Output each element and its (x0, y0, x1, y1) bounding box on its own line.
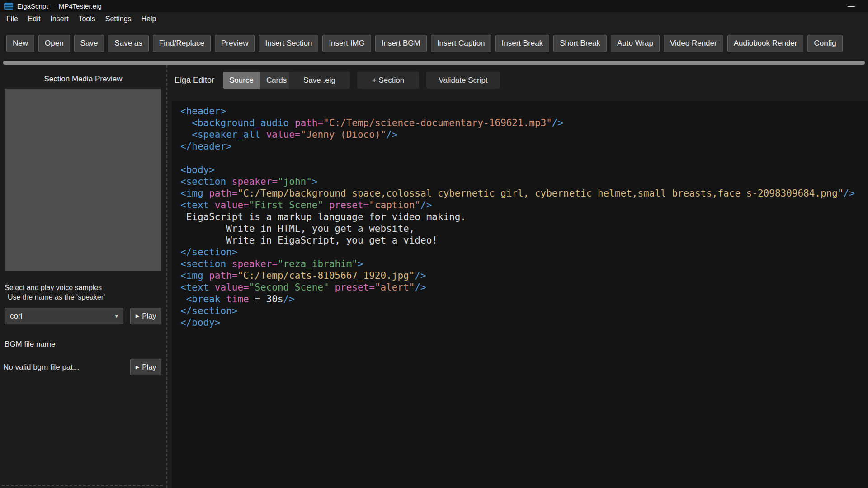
code-line: <background_audio path="C:/Temp/science-… (180, 117, 865, 129)
menu-settings[interactable]: Settings (100, 12, 137, 25)
menu-edit[interactable]: Edit (23, 12, 46, 25)
voice-row: cori ▾ ▶ Play (5, 308, 161, 324)
voice-play-label: Play (142, 312, 156, 320)
code-line: <text value="First Scene" preset="captio… (180, 199, 865, 211)
code-line: <speaker_all value="Jenny (Dioco)"/> (180, 129, 865, 141)
toolbar-button-insert-section[interactable]: Insert Section (259, 35, 318, 52)
media-preview-box (5, 89, 161, 271)
code-line (180, 152, 865, 164)
toolbar-button-open[interactable]: Open (38, 35, 70, 52)
code-line: Write in EigaScript, you get a video! (180, 235, 865, 246)
voice-select-value: cori (10, 312, 22, 321)
action-section[interactable]: + Section (357, 72, 419, 89)
toolbar-button-insert-bgm[interactable]: Insert BGM (375, 35, 427, 52)
section-media-preview-title: Section Media Preview (0, 75, 166, 84)
voice-select[interactable]: cori ▾ (5, 308, 123, 324)
editor-panel: Eiga Editor SourceCards Save .eig+ Secti… (168, 65, 868, 488)
code-line: <text value="Second Scene" preset="alert… (180, 282, 865, 293)
menu-help[interactable]: Help (137, 12, 161, 25)
action-validate-script[interactable]: Validate Script (426, 72, 500, 89)
window-title: EigaScript — MP4Tester.eig (17, 2, 102, 10)
menu-bar: FileEditInsertToolsSettingsHelp (0, 12, 868, 25)
code-line: <img path="C:/Temp/cats-8105667_1920.jpg… (180, 270, 865, 282)
bgm-file-name-label: BGM file name (5, 340, 55, 349)
toolbar-button-short-break[interactable]: Short Break (553, 35, 607, 52)
play-icon: ▶ (136, 364, 139, 370)
sidebar-bottom-divider (2, 485, 163, 486)
voice-hint-line1: Select and play voice samples (5, 284, 102, 292)
toolbar: NewOpenSaveSave asFind/ReplacePreviewIns… (0, 25, 868, 61)
tab-source[interactable]: Source (223, 72, 260, 89)
title-bar: EigaScript — MP4Tester.eig — (0, 0, 868, 12)
code-line: Write in HTML, you get a website, (180, 223, 865, 235)
toolbar-button-find-replace[interactable]: Find/Replace (153, 35, 211, 52)
code-line: </body> (180, 317, 865, 328)
code-editor[interactable]: <header> <background_audio path="C:/Temp… (172, 101, 868, 488)
toolbar-button-new[interactable]: New (6, 35, 34, 52)
code-line: </header> (180, 141, 865, 152)
editor-actions: Save .eig+ SectionValidate Script (289, 72, 500, 89)
bgm-status-text: No valid bgm file pat... (3, 359, 79, 375)
bgm-row: No valid bgm file pat... ▶ Play (3, 359, 161, 375)
toolbar-button-audiobook-render[interactable]: Audiobook Render (727, 35, 804, 52)
code-line: <body> (180, 164, 865, 176)
code-line: <img path="C:/Temp/background space,colo… (180, 188, 865, 199)
toolbar-button-auto-wrap[interactable]: Auto Wrap (611, 35, 660, 52)
code-line: <header> (180, 105, 865, 117)
code-line: <section speaker="john"> (180, 176, 865, 188)
toolbar-button-insert-img[interactable]: Insert IMG (322, 35, 371, 52)
code-line: <break time = 30s/> (180, 293, 865, 305)
editor-title: Eiga Editor (175, 72, 214, 89)
toolbar-button-insert-break[interactable]: Insert Break (495, 35, 550, 52)
view-mode-tabs: SourceCards (223, 72, 293, 89)
tab-cards[interactable]: Cards (260, 72, 293, 89)
toolbar-button-preview[interactable]: Preview (215, 35, 255, 52)
toolbar-button-config[interactable]: Config (807, 35, 842, 52)
app-icon (4, 3, 13, 10)
voice-hint-line2: Use the name as the 'speaker' (8, 293, 105, 301)
toolbar-button-save-as[interactable]: Save as (108, 35, 148, 52)
menu-tools[interactable]: Tools (73, 12, 100, 25)
code-line: <section speaker="reza_ibrahim"> (180, 258, 865, 270)
action-save-eig[interactable]: Save .eig (289, 72, 350, 89)
code-line: </section> (180, 305, 865, 317)
minimize-button[interactable]: — (848, 2, 855, 10)
play-icon: ▶ (136, 313, 139, 319)
code-line: </section> (180, 246, 865, 258)
sidebar: Section Media Preview Select and play vo… (0, 65, 167, 488)
menu-file[interactable]: File (1, 12, 23, 25)
progress-bar (3, 61, 865, 65)
bgm-play-label: Play (142, 363, 156, 371)
bgm-play-button[interactable]: ▶ Play (130, 359, 161, 375)
code-line: EigaScript is a markup language for vide… (180, 211, 865, 223)
toolbar-button-save[interactable]: Save (74, 35, 104, 52)
chevron-down-icon: ▾ (115, 313, 118, 319)
voice-play-button[interactable]: ▶ Play (130, 308, 161, 324)
toolbar-button-video-render[interactable]: Video Render (664, 35, 723, 52)
toolbar-button-insert-caption[interactable]: Insert Caption (431, 35, 491, 52)
menu-insert[interactable]: Insert (45, 12, 73, 25)
